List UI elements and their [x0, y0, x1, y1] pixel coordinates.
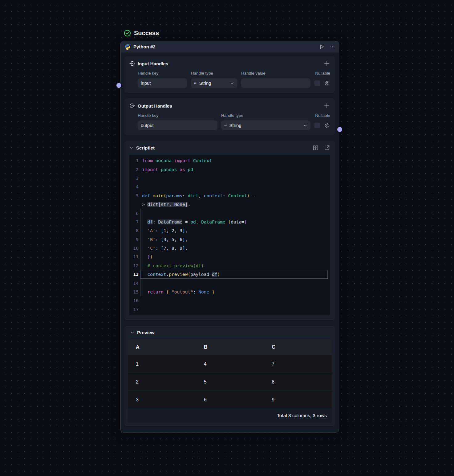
output-handle-type-value: String [229, 123, 301, 128]
output-handles-icon [129, 103, 135, 109]
node-title: Python #2 [133, 44, 316, 49]
table-cell: 1 [128, 355, 196, 373]
line-number: 3 [129, 176, 139, 181]
line-number: 10 [129, 246, 139, 251]
table-cell: 9 [264, 391, 332, 408]
line-number: 12 [129, 263, 139, 268]
col-label-handle-type: Handle type [191, 71, 237, 76]
line-number: 14 [129, 281, 139, 286]
input-handle-key-field[interactable] [138, 78, 187, 88]
code-line: 14 [129, 279, 328, 287]
scriptlet-collapse-chevron-icon[interactable] [129, 146, 133, 150]
code-line: 1from oocana import Context [129, 156, 328, 165]
code-line: 10 'C': [7, 8, 9], [129, 244, 328, 252]
input-handles-panel: Input Handles Handle key Handle type Han… [124, 56, 335, 93]
code-line: 2import pandas as pd [129, 165, 328, 174]
canvas: { "status": { "label": "Success" }, "nod… [0, 0, 454, 476]
output-handles-title: Output Handles [138, 103, 172, 109]
line-number: 9 [129, 237, 139, 242]
status-badge: Success [124, 30, 159, 37]
input-handle-type-value: String [199, 80, 228, 86]
success-check-icon [124, 30, 131, 37]
table-cell: 6 [196, 391, 264, 408]
output-handle-settings-button[interactable] [324, 122, 330, 129]
output-handles-panel: Output Handles Handle key Handle type Nu… [124, 98, 335, 135]
code-line: > dict[str, None]: [129, 200, 328, 209]
col-label-nullable: Nullable [315, 113, 330, 118]
more-options-button[interactable] [330, 44, 335, 50]
preview-title: Preview [137, 330, 155, 335]
col-label-handle-value: Handle value [241, 71, 310, 76]
line-number: 4 [129, 184, 139, 189]
string-type-icon: “ [224, 125, 227, 128]
code-line: 4 [129, 183, 328, 191]
input-handle-value-field[interactable] [241, 78, 310, 88]
table-cell: 4 [196, 355, 264, 373]
chevron-down-icon [230, 81, 234, 85]
output-handle-key-field[interactable] [138, 121, 217, 130]
table-header-cell: A [128, 339, 196, 355]
table-cell: 5 [196, 373, 264, 391]
input-handle-settings-button[interactable] [324, 80, 330, 86]
table-row: 258 [128, 373, 332, 391]
preview-collapse-chevron-icon[interactable] [130, 330, 134, 334]
input-handle-type-select[interactable]: “ String [191, 78, 237, 88]
status-label: Success [134, 30, 159, 37]
line-number: 13 [129, 272, 139, 277]
table-cell: 2 [128, 373, 196, 391]
python-logo-icon [124, 44, 131, 50]
scriptlet-panel: Scriptlet 1from oocana im [124, 141, 335, 320]
output-nullable-checkbox[interactable] [314, 123, 320, 128]
input-handles-icon [129, 61, 135, 66]
line-number: 6 [129, 211, 139, 216]
code-editor[interactable]: 1from oocana import Context2import panda… [129, 155, 330, 315]
code-line: 5def main(params: dict, context: Context… [129, 191, 328, 200]
open-external-icon[interactable] [324, 145, 330, 151]
code-lines: 1from oocana import Context2import panda… [129, 156, 328, 314]
output-handle-type-select[interactable]: “ String [221, 121, 310, 130]
col-label-handle-type: Handle type [221, 113, 310, 118]
add-input-handle-button[interactable] [323, 60, 330, 67]
line-number: 15 [129, 289, 139, 294]
table-cell: 3 [128, 391, 196, 408]
line-number: 8 [129, 228, 139, 233]
run-button[interactable] [319, 44, 325, 50]
code-line: 8 'A': [1, 2, 3], [129, 226, 328, 235]
code-line: 9 'B': [4, 5, 6], [129, 235, 328, 244]
line-number: 5 [129, 193, 139, 198]
line-number: 11 [129, 254, 139, 259]
line-number: 1 [129, 158, 139, 163]
code-line: 16 [129, 296, 328, 305]
col-label-nullable: Nullable [315, 71, 330, 76]
line-number: 17 [129, 307, 139, 312]
col-label-handle-key: Handle key [138, 113, 217, 118]
preview-table: A B C 147258369 Total 3 columns, 3 rows [128, 339, 332, 423]
table-header-row: A B C [128, 339, 332, 355]
input-connection-port[interactable] [116, 83, 121, 88]
col-label-handle-key: Handle key [138, 71, 187, 76]
output-connection-port[interactable] [337, 127, 342, 132]
line-number: 7 [129, 220, 139, 224]
add-output-handle-button[interactable] [323, 102, 330, 109]
docs-book-icon[interactable] [312, 145, 319, 151]
input-nullable-checkbox[interactable] [314, 80, 320, 86]
table-cell: 8 [264, 373, 332, 391]
code-line: 3 [129, 174, 328, 183]
code-line: 7 df: DataFrame = pd. DataFrame (data={ [129, 218, 328, 226]
table-body: 147258369 [128, 355, 332, 408]
table-cell: 7 [264, 355, 332, 373]
table-row: 147 [128, 355, 332, 373]
chevron-down-icon [303, 123, 307, 128]
scriptlet-title: Scriptlet [136, 145, 155, 150]
line-number: 16 [129, 298, 139, 303]
string-type-icon: “ [194, 83, 197, 86]
code-line: 12 # context.preview(df) [129, 261, 328, 270]
code-line: 6 [129, 209, 328, 217]
code-line: 13 context.preview(payload=df) [129, 270, 328, 279]
table-header-cell: C [264, 339, 332, 355]
table-header-cell: B [196, 339, 264, 355]
node-header[interactable]: Python #2 [121, 41, 339, 52]
table-footer: Total 3 columns, 3 rows [128, 408, 332, 423]
code-line: 17 [129, 305, 328, 314]
table-row: 369 [128, 391, 332, 408]
